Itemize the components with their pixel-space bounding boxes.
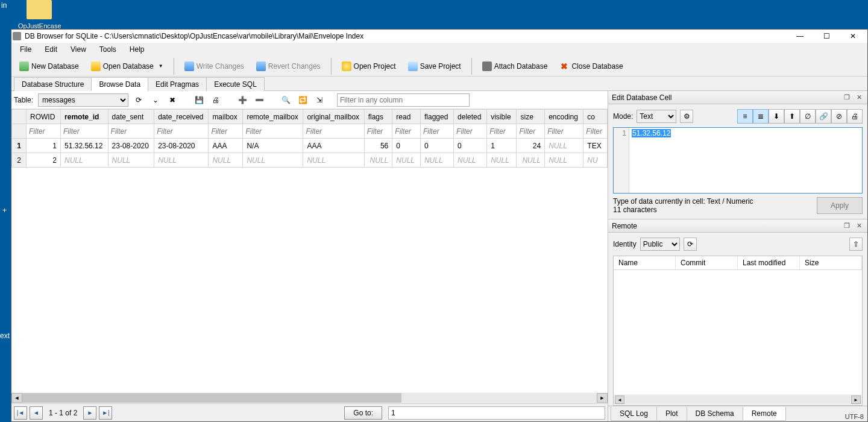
grid-cell[interactable]: 1 xyxy=(27,139,61,153)
tab-execute-sql[interactable]: Execute SQL xyxy=(206,77,265,91)
column-filter-input[interactable] xyxy=(209,125,242,138)
scroll-right-button[interactable]: ► xyxy=(597,393,608,403)
grid-cell[interactable]: NULL xyxy=(392,153,421,168)
attach-database-button[interactable]: Attach Database xyxy=(477,59,553,74)
window-minimize-button[interactable]: — xyxy=(787,30,813,43)
grid-cell[interactable]: NULL xyxy=(545,153,583,168)
remote-list[interactable]: NameCommitLast modifiedSize ◄ ► xyxy=(613,256,863,406)
identity-select[interactable]: Public xyxy=(640,238,680,251)
find-replace-button[interactable]: 🔁 xyxy=(296,93,309,107)
grid-cell[interactable]: NULL xyxy=(108,153,154,168)
export-cell-icon[interactable]: ⬆ xyxy=(784,109,800,124)
grid-cell[interactable]: 51.32.56.12 xyxy=(61,139,108,153)
grid-cell[interactable]: AAA xyxy=(303,139,364,153)
grid-cell[interactable]: 24 xyxy=(517,139,545,153)
grid-cell[interactable]: 1 xyxy=(487,139,517,153)
column-filter-input[interactable] xyxy=(61,125,108,138)
column-header[interactable]: date_sent xyxy=(108,110,154,124)
grid-cell[interactable]: NULL xyxy=(487,153,517,168)
mode-format-button[interactable]: ⚙ xyxy=(680,110,693,123)
open-database-button[interactable]: Open Database▼ xyxy=(86,59,169,74)
column-header[interactable]: deleted xyxy=(454,110,487,124)
clear-filters-button[interactable]: ⌄ xyxy=(149,93,162,107)
identity-refresh-button[interactable]: ⟳ xyxy=(684,238,697,251)
tab-edit-pragmas[interactable]: Edit Pragmas xyxy=(148,77,207,91)
grid-cell[interactable]: TEX xyxy=(583,139,608,153)
remote-upload-button[interactable]: ⇪ xyxy=(849,238,863,251)
grid-cell[interactable]: NULL xyxy=(61,153,108,168)
tab-db-schema[interactable]: DB Schema xyxy=(687,407,743,421)
remote-column-header[interactable]: Commit xyxy=(676,256,738,269)
column-filter-input[interactable] xyxy=(454,125,486,138)
grid-cell[interactable]: NULL xyxy=(303,153,364,168)
tab-sql-log[interactable]: SQL Log xyxy=(611,407,657,421)
next-page-button[interactable]: ► xyxy=(83,406,96,420)
tab-remote[interactable]: Remote xyxy=(743,407,786,421)
grid-cell[interactable]: 56 xyxy=(364,139,392,153)
editor-value[interactable]: 51.32.56.12 xyxy=(629,128,673,193)
column-header[interactable]: mailbox xyxy=(209,110,243,124)
write-changes-button[interactable]: Write Changes xyxy=(179,59,250,74)
menu-file[interactable]: File xyxy=(14,44,37,55)
column-header[interactable]: remote_id xyxy=(61,110,108,124)
grid-cell[interactable]: NULL xyxy=(209,153,243,168)
goto-button[interactable]: Go to: xyxy=(344,406,382,420)
column-header[interactable]: size xyxy=(517,110,545,124)
delete-record-button[interactable]: ➖ xyxy=(253,93,266,107)
tab-database-structure[interactable]: Database Structure xyxy=(14,77,92,91)
prev-page-button[interactable]: ◄ xyxy=(30,406,43,420)
clear-sort-button[interactable]: ✖ xyxy=(166,93,179,107)
grid-cell[interactable]: NULL xyxy=(420,153,453,168)
filter-any-column-input[interactable] xyxy=(337,93,470,107)
print-button[interactable]: 🖨 xyxy=(209,93,222,107)
column-filter-input[interactable] xyxy=(27,125,60,138)
remote-scroll-left[interactable]: ◄ xyxy=(615,395,624,404)
menu-edit[interactable]: Edit xyxy=(39,44,63,55)
desktop-folder[interactable]: OpJustEncase xyxy=(18,0,60,30)
window-close-button[interactable]: ✕ xyxy=(840,30,866,43)
new-database-button[interactable]: New Database xyxy=(14,59,84,74)
menu-help[interactable]: Help xyxy=(124,44,151,55)
column-header[interactable]: visible xyxy=(487,110,517,124)
grid-cell[interactable]: AAA xyxy=(209,139,243,153)
revert-changes-button[interactable]: Revert Changes xyxy=(251,59,326,74)
column-header[interactable]: co xyxy=(583,110,608,124)
menu-tools[interactable]: Tools xyxy=(93,44,122,55)
grid-cell[interactable]: 0 xyxy=(392,139,421,153)
grid-cell[interactable]: NULL xyxy=(517,153,545,168)
tab-browse-data[interactable]: Browse Data xyxy=(91,77,148,91)
grid-cell[interactable]: NULL xyxy=(154,153,209,168)
grid-cell[interactable]: NULL xyxy=(454,153,487,168)
column-header[interactable]: original_mailbox xyxy=(303,110,364,124)
remote-column-header[interactable]: Last modified xyxy=(738,256,800,269)
scroll-left-button[interactable]: ◄ xyxy=(11,393,22,403)
column-filter-input[interactable] xyxy=(243,125,303,138)
apply-button[interactable]: Apply xyxy=(817,197,863,214)
scrollbar-thumb[interactable] xyxy=(22,393,401,403)
mode-select[interactable]: Text xyxy=(637,110,676,123)
cell-editor[interactable]: 1 51.32.56.12 xyxy=(613,127,863,194)
save-project-button[interactable]: Save Project xyxy=(403,59,467,74)
column-filter-input[interactable] xyxy=(487,125,516,138)
find-button[interactable]: 🔍 xyxy=(279,93,292,107)
remote-column-header[interactable]: Name xyxy=(614,256,676,269)
tab-plot[interactable]: Plot xyxy=(656,407,687,421)
column-header[interactable]: flagged xyxy=(420,110,453,124)
add-record-button[interactable]: ➕ xyxy=(236,93,249,107)
close-database-button[interactable]: ✖Close Database xyxy=(554,59,628,74)
grid-cell[interactable]: NULL xyxy=(545,139,583,153)
import-icon[interactable]: ⬇ xyxy=(769,109,784,124)
grid-cell[interactable]: N/A xyxy=(243,139,303,153)
print-cell-icon[interactable]: 🖨 xyxy=(847,109,863,124)
null-icon[interactable]: ∅ xyxy=(800,109,816,124)
remote-column-header[interactable]: Size xyxy=(800,256,862,269)
remote-close-button[interactable]: ✕ xyxy=(854,222,864,230)
column-filter-input[interactable] xyxy=(392,125,420,138)
refresh-button[interactable]: ⟳ xyxy=(132,93,145,107)
export-button[interactable]: ⇲ xyxy=(313,93,326,107)
save-table-button[interactable]: 💾 xyxy=(192,93,206,107)
column-header[interactable]: encoding xyxy=(545,110,583,124)
grid-cell[interactable]: 0 xyxy=(420,139,453,153)
remote-scroll-right[interactable]: ► xyxy=(851,395,861,404)
column-filter-input[interactable] xyxy=(545,125,583,138)
